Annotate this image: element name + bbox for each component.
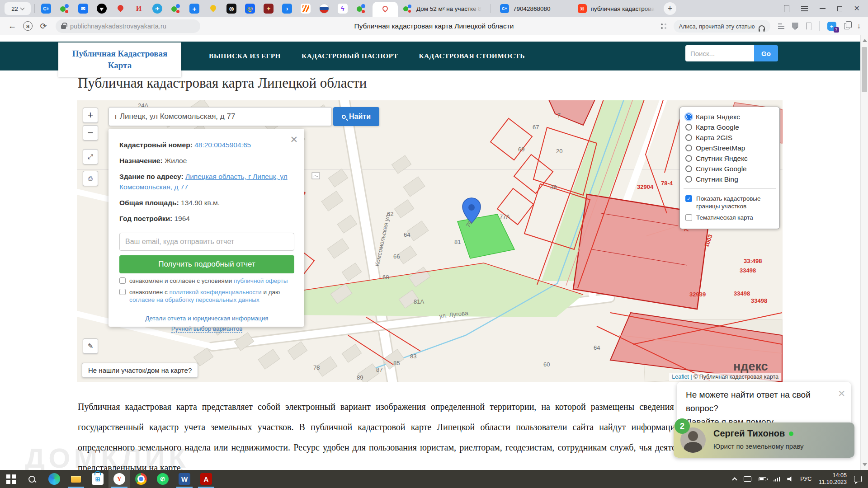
map-pin-red-pinned-tab-icon[interactable] [115, 4, 125, 14]
taskbar-edge-icon[interactable] [43, 470, 65, 488]
taskbar-store-icon[interactable]: ⊞ [87, 470, 108, 488]
find-button[interactable]: Найти [333, 107, 379, 126]
window-close-button[interactable]: ✕ [854, 5, 860, 12]
mailru-pinned-tab-icon[interactable]: @ [245, 4, 255, 14]
close-icon[interactable]: ✕ [290, 134, 298, 145]
extensions-icon[interactable]: 7 [827, 22, 836, 31]
cadastral-number-link[interactable]: 48:20:0045904:65 [194, 141, 251, 149]
print-button[interactable]: ⎙ [83, 171, 98, 186]
checkbox-unchecked[interactable] [119, 277, 126, 284]
collections-icon[interactable] [844, 23, 849, 29]
taskbar-acrobat-icon[interactable]: A [195, 470, 217, 488]
window-minimize-button[interactable] [820, 8, 826, 9]
plus-blue-pinned-tab-icon[interactable]: + [189, 4, 199, 14]
yandex-home-button[interactable]: Я [23, 21, 33, 31]
active-pinned-tab-cadastral-map[interactable] [373, 2, 398, 17]
radio-icon[interactable] [685, 176, 692, 183]
address-bar[interactable]: publichnayakadastrovayakarta.ru [56, 19, 200, 33]
layer-option-openstreetmap[interactable]: OpenStreetMap [685, 143, 774, 153]
notifications-icon[interactable] [854, 476, 862, 482]
radio-icon[interactable] [685, 165, 692, 172]
taskbar-start-button[interactable] [0, 470, 22, 488]
layer-option-карта-2gis[interactable]: Карта 2GIS [685, 132, 774, 143]
tab-cadastre[interactable]: Я публичная кадастрова [572, 0, 660, 17]
site-logo[interactable]: Публичная Кадастровая Карта [58, 42, 181, 77]
letter-i-pinned-tab-icon[interactable]: И [134, 4, 144, 14]
manual-select-link[interactable]: Ручной выбор вариантов [171, 325, 243, 333]
taskbar-word-icon[interactable]: W [174, 470, 195, 488]
bookmarks-icon[interactable] [784, 5, 789, 12]
nav-passport[interactable]: КАДАСТРОВЫЙ ПАСПОРТ [302, 52, 398, 60]
nav-egrn[interactable]: ВЫПИСКА ИЗ ЕГРН [209, 52, 281, 60]
privacy-policy-link[interactable]: политикой конфиденциальности [169, 289, 261, 296]
emblem-pinned-tab-icon[interactable]: ✦ [264, 4, 274, 14]
email-field[interactable] [119, 233, 294, 251]
tab-phone-number[interactable]: C+ 79042868080 [495, 0, 556, 17]
layer-checkbox-тематическая[interactable]: Тематическая карта [685, 212, 774, 223]
taskbar-chrome-icon[interactable] [130, 470, 152, 488]
radio-icon[interactable] [685, 124, 692, 131]
new-tab-button[interactable]: + [664, 2, 676, 15]
taskbar-explorer-icon[interactable] [65, 470, 87, 488]
radio-icon[interactable] [685, 134, 692, 141]
layer-option-спутник-яндекс[interactable]: Спутник Яндекс [685, 153, 774, 164]
tab-counter-button[interactable]: 22 [5, 2, 31, 15]
nav-cost[interactable]: КАДАСТРОВАЯ СТОИМОСТЬ [419, 52, 525, 60]
flag-ru-pinned-tab-icon[interactable] [319, 4, 329, 14]
protect-shield-icon[interactable]: 1 [792, 23, 798, 30]
layer-option-карта-google[interactable]: Карта Google [685, 122, 774, 132]
clock[interactable]: 14:05 11.10.2023 [819, 472, 847, 486]
agree-privacy-row[interactable]: ознакомлен с политикой конфиденциальност… [119, 288, 294, 304]
get-report-button[interactable]: Получить подробный отчет [119, 255, 294, 273]
scrollbar-thumb[interactable] [862, 47, 867, 92]
window-restore-button[interactable] [837, 6, 842, 11]
layer-option-карта-яндекс[interactable]: Карта Яндекс [685, 112, 774, 122]
display-icon[interactable] [744, 476, 751, 482]
taskbar-search-icon[interactable] [22, 470, 43, 488]
not-found-tooltip[interactable]: Не нашли участок/дом на карте? [82, 363, 198, 378]
downloads-icon[interactable]: ↓ [857, 22, 861, 31]
radio-icon[interactable] [685, 155, 692, 162]
map-canvas[interactable]: 24А7676920393290478-4626466688177А797831… [77, 100, 783, 382]
battery-icon[interactable] [759, 477, 766, 481]
bookmark-icon[interactable] [806, 23, 811, 30]
report-details-link[interactable]: Детали отчета и юридическая информация [145, 315, 268, 322]
zoom-out-button[interactable]: − [83, 125, 98, 141]
rzd-pinned-tab-icon[interactable] [301, 4, 311, 14]
tray-chevron-up-icon[interactable] [732, 477, 737, 482]
site-search-go-button[interactable]: Go [754, 45, 778, 61]
layer-checkbox-показать[interactable]: ✓Показать кадастровые границы участков [685, 193, 774, 212]
map-pin-yellow-pinned-tab-icon[interactable] [208, 4, 218, 14]
measure-button[interactable]: ✎ [83, 338, 98, 354]
checkbox-checked-icon[interactable]: ✓ [685, 195, 692, 202]
scroll-down-arrow[interactable] [863, 463, 867, 466]
radio-selected-icon[interactable] [685, 113, 692, 120]
agree-offer-row[interactable]: ознакомлен и согласен с условиями публич… [119, 277, 294, 285]
volume-icon[interactable] [787, 476, 793, 482]
dots-c-pinned-tab-icon[interactable] [356, 4, 366, 14]
layer-option-спутник-bing[interactable]: Спутник Bing [685, 174, 774, 184]
radio-icon[interactable] [685, 145, 692, 151]
close-icon[interactable]: ✕ [838, 387, 845, 400]
layer-option-спутник-google[interactable]: Спутник Google [685, 164, 774, 174]
tab-house-listing[interactable]: Дом 52 м² на участке 8 [398, 0, 487, 17]
network-icon[interactable] [774, 477, 780, 482]
site-search-input[interactable] [685, 45, 754, 61]
taskbar-whatsapp-icon[interactable]: ✆ [152, 470, 174, 488]
arrow-blue-pinned-tab-icon[interactable]: › [282, 4, 292, 14]
black-cam-pinned-tab-icon[interactable]: ◎ [226, 4, 236, 14]
page-scrollbar[interactable] [860, 35, 868, 470]
refresh-button[interactable]: ⟳ [36, 21, 51, 31]
lightning-pinned-tab-icon[interactable]: ϟ [338, 4, 348, 14]
apps-grid-icon[interactable] [660, 23, 666, 30]
personal-data-link[interactable]: согласие на обработку персональных данны… [129, 296, 259, 303]
scroll-up-arrow[interactable] [863, 39, 867, 42]
checkbox-unchecked[interactable] [119, 289, 126, 295]
reader-mode-icon[interactable] [778, 23, 784, 28]
dots-a-pinned-tab-icon[interactable] [60, 4, 70, 14]
browser-menu-icon[interactable] [801, 6, 808, 11]
leaflet-link[interactable]: Leaflet [672, 374, 689, 380]
c-plus-pinned-tab-icon[interactable]: C+ [41, 4, 51, 14]
mail-pinned-tab-icon[interactable]: ✉ [78, 4, 88, 14]
language-indicator[interactable]: РУС [800, 476, 811, 482]
